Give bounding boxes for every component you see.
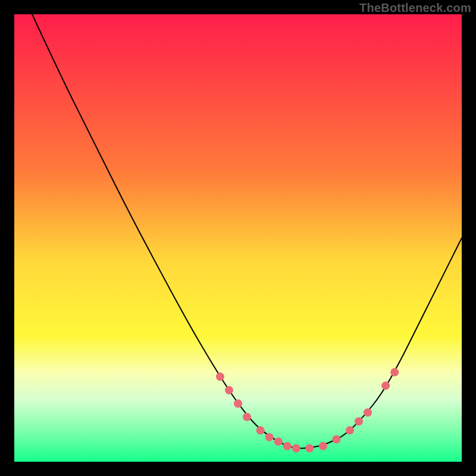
svg-point-1	[216, 372, 224, 381]
bottleneck-curve-chart	[14, 14, 462, 462]
svg-point-9	[292, 444, 300, 452]
watermark-text: TheBottleneck.com	[359, 1, 471, 15]
svg-point-3	[234, 399, 242, 408]
svg-point-7	[274, 437, 283, 446]
svg-point-6	[265, 433, 274, 441]
svg-point-2	[225, 386, 233, 394]
svg-rect-0	[14, 14, 462, 462]
svg-point-11	[319, 442, 327, 450]
svg-point-13	[346, 426, 354, 434]
svg-point-4	[243, 413, 251, 421]
svg-point-12	[332, 435, 340, 443]
svg-point-8	[283, 442, 292, 450]
svg-point-16	[381, 381, 390, 390]
plot-area	[14, 14, 462, 462]
svg-point-14	[355, 417, 363, 425]
svg-point-15	[364, 408, 372, 416]
svg-point-5	[256, 426, 265, 434]
chart-frame: TheBottleneck.com	[0, 0, 476, 476]
svg-point-10	[305, 444, 314, 452]
svg-point-17	[390, 368, 399, 377]
